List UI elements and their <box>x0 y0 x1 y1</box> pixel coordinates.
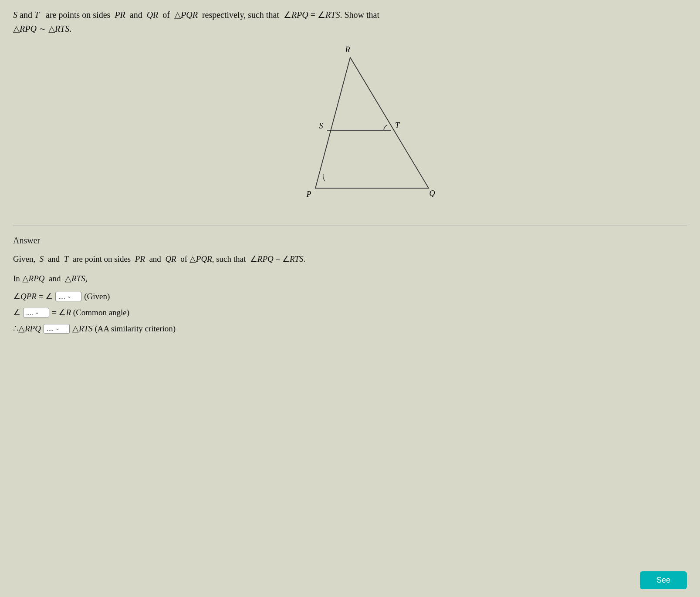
answer-row-2: ∠ .... ⌄ = ∠R (Common angle) <box>13 307 687 317</box>
question-section: S and T are points on sides PR and QR of… <box>13 8 687 226</box>
row3-dropdown[interactable]: .... ⌄ <box>44 324 70 334</box>
row3-dropdown-value: .... <box>47 325 54 333</box>
page: S and T are points on sides PR and QR of… <box>0 0 700 597</box>
row1-prefix: ∠QPR = ∠ <box>13 291 53 301</box>
answer-label: Answer <box>13 236 687 246</box>
row2-dropdown-value: .... <box>26 309 33 317</box>
answer-in-triangles: In △RPQ and △RTS, <box>13 273 687 283</box>
vertex-S-label: S <box>319 121 323 130</box>
row3-dropdown-arrow: ⌄ <box>55 325 60 332</box>
vertex-P-label: P <box>306 190 311 199</box>
question-intro: S and T are points on sides PR and QR of… <box>13 10 379 20</box>
answer-row-3: ∴△RPQ .... ⌄ △RTS (AA similarity criteri… <box>13 324 687 334</box>
row1-dropdown-value: .... <box>58 293 65 300</box>
row3-prefix: ∴△RPQ <box>13 324 41 334</box>
answer-row-1: ∠QPR = ∠ .... ⌄ (Given) <box>13 291 687 301</box>
see-button[interactable]: See <box>640 571 687 589</box>
diagram-area: R P Q S T <box>13 40 687 210</box>
row2-dropdown[interactable]: .... ⌄ <box>23 308 49 317</box>
row2-dropdown-arrow: ⌄ <box>35 309 39 316</box>
row1-dropdown-arrow: ⌄ <box>67 293 71 300</box>
row1-dropdown[interactable]: .... ⌄ <box>55 292 81 301</box>
see-button-label: See <box>656 576 670 584</box>
svg-marker-0 <box>315 57 429 188</box>
triangle-diagram: R P Q S T <box>237 40 463 210</box>
row1-suffix: (Given) <box>84 292 110 301</box>
row2-suffix: = ∠R (Common angle) <box>52 307 129 317</box>
question-conclusion: △RPQ ∼ △RTS. <box>13 24 71 34</box>
question-text: S and T are points on sides PR and QR of… <box>13 8 687 36</box>
answer-given: Given, S and T are point on sides PR and… <box>13 253 687 266</box>
row3-suffix: △RTS (AA similarity criterion) <box>72 324 176 334</box>
vertex-Q-label: Q <box>429 189 435 198</box>
answer-section: Answer Given, S and T are point on sides… <box>13 226 687 334</box>
vertex-R-label: R <box>345 45 350 54</box>
row2-angle-symbol: ∠ <box>13 307 20 317</box>
vertex-T-label: T <box>395 121 400 130</box>
